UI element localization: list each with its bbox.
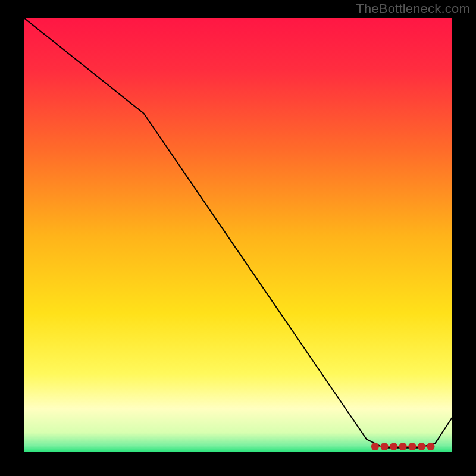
plot-background [24, 18, 452, 452]
svg-point-6 [418, 443, 425, 450]
chart-svg [24, 18, 452, 452]
svg-point-3 [390, 443, 397, 450]
svg-point-2 [381, 443, 389, 450]
svg-point-1 [371, 443, 379, 450]
chart-frame: TheBottleneck.com [0, 0, 476, 476]
watermark-text: TheBottleneck.com [356, 1, 470, 17]
bottleneck-chart [24, 18, 452, 452]
svg-point-4 [399, 443, 407, 450]
svg-point-5 [408, 443, 416, 450]
svg-point-7 [427, 443, 435, 450]
